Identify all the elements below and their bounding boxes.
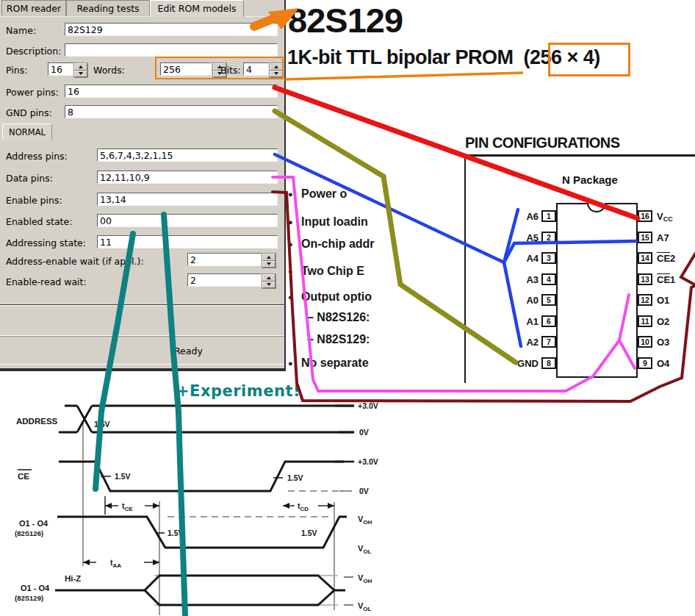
svg-text:tCE: tCE [122, 501, 133, 512]
tab-normal-mode[interactable]: NORMAL [2, 123, 52, 140]
address-pins-input[interactable] [97, 148, 278, 162]
svg-text:+3.0V: +3.0V [358, 457, 378, 466]
pin-5: 5 [541, 294, 556, 306]
addressing-state-label: Addressing state: [6, 237, 86, 248]
tab-rom-reader[interactable]: ROM reader [1, 0, 66, 16]
pin-15: 15 [638, 232, 652, 243]
pins-input[interactable] [48, 62, 75, 76]
bullet-subitem: – N82S129: [307, 333, 370, 346]
pin-label-gnd: GND [500, 358, 539, 369]
pin-12: 12 [638, 294, 652, 306]
pin-label-a4: A4 [500, 253, 539, 264]
name-input[interactable] [65, 23, 278, 36]
gnd-pins-label: GND pins: [6, 107, 52, 118]
pin-configurations-heading: PIN CONFIGURATIONS [465, 135, 620, 151]
timing-diagram: ADDRESS CE O1 - O4 (82S126) Hi-Z O1 - O4… [0, 397, 389, 616]
enable-read-wait-label: Enable-read wait: [6, 276, 87, 287]
feature-bullets: ●Power o ●Input loadin ●On-chip addr ●Tw… [288, 181, 464, 378]
description-label: Description: [6, 46, 61, 57]
aew-up-icon[interactable] [262, 254, 276, 261]
separator [0, 336, 284, 337]
words-label: Words: [93, 65, 125, 76]
pin-10: 10 [638, 336, 652, 348]
svg-text:tCD: tCD [298, 501, 309, 512]
enable-read-wait-input[interactable] [187, 273, 262, 287]
enable-read-wait-stepper[interactable] [262, 273, 276, 289]
svg-text:VOH: VOH [358, 573, 372, 584]
pin-label-a0: A0 [500, 295, 539, 306]
pins-down-icon[interactable] [74, 71, 87, 78]
erw-down-icon[interactable] [262, 282, 276, 289]
aew-down-icon[interactable] [262, 261, 276, 268]
o14-126-row-label: O1 - O4 [19, 519, 48, 528]
svg-text:0V: 0V [359, 428, 369, 437]
subtitle-text: 1K-bit TTL bipolar PROM [287, 46, 514, 68]
address-enable-wait-label: Address-enable wait (if appl.): [6, 256, 144, 267]
power-pins-input[interactable] [65, 85, 278, 98]
svg-text:VOL: VOL [358, 544, 372, 555]
pin-4: 4 [541, 273, 556, 285]
svg-text:VOH: VOH [358, 515, 372, 526]
pins-up-icon[interactable] [74, 63, 87, 71]
enable-pins-label: Enable pins: [6, 195, 62, 206]
erw-up-icon[interactable] [262, 274, 276, 282]
tab-edit-rom-models[interactable]: Edit ROM models [150, 0, 244, 17]
address-enable-wait-stepper[interactable] [262, 253, 276, 268]
bullet-subitem: – N82S126: [307, 311, 370, 324]
prom-size-highlight-box [548, 43, 630, 76]
enabled-state-label: Enabled state: [6, 216, 72, 227]
status-text: Ready [174, 345, 203, 357]
pin-label-ce1: CE1 [657, 274, 695, 285]
svg-text:tAA: tAA [110, 558, 121, 569]
pin-label-o3: O3 [657, 337, 695, 348]
bullet-item: ●Output optio [288, 290, 372, 304]
pin-label-o1: O1 [657, 295, 695, 306]
bullet-item: ●Input loadin [288, 215, 368, 229]
level-ticks [335, 406, 354, 462]
svg-text:1.5V: 1.5V [94, 420, 110, 429]
addressing-state-input[interactable] [97, 235, 278, 248]
svg-text:(82S126): (82S126) [15, 529, 43, 537]
datasheet-title: 82S129 [288, 0, 403, 40]
svg-text:(82S129): (82S129) [15, 594, 43, 602]
package-label: N Package [562, 173, 618, 186]
pin-label-a2: A2 [500, 337, 539, 348]
pins-stepper[interactable] [73, 62, 88, 78]
pin-label-a1: A1 [500, 316, 539, 327]
address-enable-wait-input[interactable] [187, 253, 262, 266]
enable-pins-input[interactable] [97, 193, 278, 206]
gnd-pins-input[interactable] [65, 105, 278, 118]
data-pins-input[interactable] [97, 171, 278, 184]
hiz-label: Hi-Z [65, 574, 81, 583]
pin-label-ce2: CE2 [657, 253, 695, 264]
bullet-item: ●No separate [288, 357, 369, 370]
name-label: Name: [6, 25, 36, 36]
chip-outline [556, 203, 638, 378]
separator [0, 364, 284, 365]
tab-reading-tests[interactable]: Reading tests [66, 0, 150, 16]
pin-label-o2: O2 [657, 316, 695, 327]
enabled-state-input[interactable] [97, 214, 278, 227]
pin-2: 2 [541, 232, 556, 243]
pin-label-a3: A3 [500, 274, 539, 285]
heading-rule [465, 154, 695, 157]
svg-text:1.5V: 1.5V [287, 473, 303, 482]
pin-14: 14 [638, 252, 652, 264]
data-pins-label: Data pins: [6, 173, 53, 184]
svg-text:+3.0V: +3.0V [358, 401, 378, 410]
pin-13: 13 [638, 273, 652, 285]
svg-text:1.5V: 1.5V [301, 529, 317, 537]
bullet-item: ●Two Chip E [288, 265, 364, 278]
bullet-item: ●Power o [288, 187, 347, 201]
pin-label-a7: A7 [657, 232, 695, 243]
address-pins-label: Address pins: [6, 151, 68, 162]
o14-129-row-label: O1 - O4 [21, 584, 50, 592]
power-pins-label: Power pins: [6, 87, 59, 98]
pin-6: 6 [541, 315, 556, 327]
screen: ROM reader Reading tests Edit ROM models… [0, 0, 695, 616]
orange-connector-line [285, 73, 523, 79]
reference-lines [83, 423, 334, 615]
rom-tool-window: ROM reader Reading tests Edit ROM models… [0, 0, 286, 371]
svg-text:1.5V: 1.5V [168, 529, 184, 537]
description-input[interactable] [65, 43, 278, 57]
